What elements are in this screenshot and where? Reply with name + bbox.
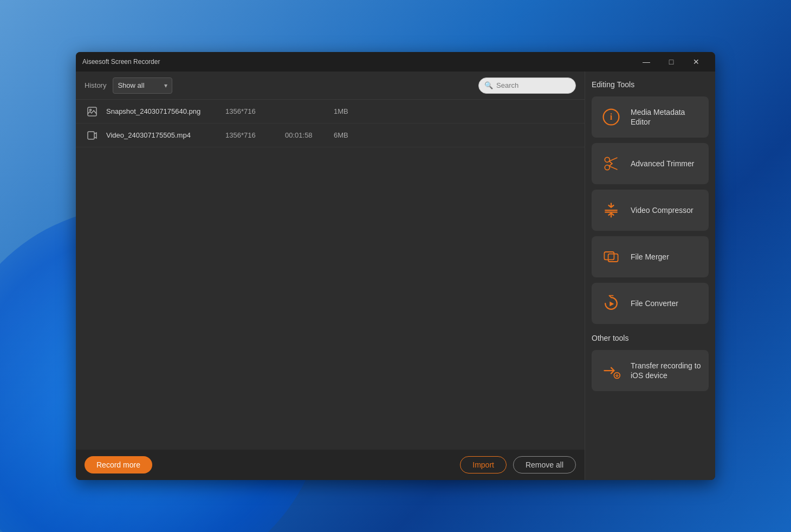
tool-card-advanced-trimmer[interactable]: Advanced Trimmer: [592, 143, 709, 184]
editing-tools-title: Editing Tools: [592, 80, 709, 89]
svg-rect-13: [604, 252, 614, 259]
record-more-button[interactable]: Record more: [85, 456, 152, 473]
svg-text:i: i: [610, 112, 613, 122]
maximize-button[interactable]: □: [659, 54, 684, 70]
tool-card-video-compressor[interactable]: Video Compressor: [592, 190, 709, 231]
table-row[interactable]: Video_240307175505.mp4 1356*716 00:01:58…: [76, 124, 585, 147]
tool-label-video-compressor: Video Compressor: [631, 205, 693, 215]
app-title: Aiseesoft Screen Recorder: [82, 58, 634, 66]
svg-line-8: [609, 166, 617, 170]
file-list[interactable]: Snapshot_240307175640.png 1356*716 1MB V…: [76, 100, 585, 450]
title-bar-controls: — □ ✕: [634, 54, 709, 70]
left-panel: History Show all ▾ 🔍: [76, 72, 585, 480]
title-bar: Aiseesoft Screen Recorder — □ ✕: [76, 52, 715, 72]
file-size: 6MB: [334, 131, 576, 139]
svg-line-7: [609, 158, 617, 161]
close-button[interactable]: ✕: [684, 54, 709, 70]
tool-card-media-metadata-editor[interactable]: i Media Metadata Editor: [592, 96, 709, 138]
transfer-recording-icon: [599, 359, 623, 382]
import-button[interactable]: Import: [460, 456, 507, 473]
media-metadata-editor-icon: i: [599, 105, 623, 129]
tool-label-media-metadata-editor: Media Metadata Editor: [631, 107, 701, 127]
right-panel: Editing Tools i Media Metadata Editor: [585, 72, 715, 480]
svg-point-1: [90, 109, 92, 111]
svg-line-9: [609, 161, 612, 164]
tool-card-file-converter[interactable]: File Converter: [592, 283, 709, 324]
filter-value: Show all: [118, 81, 161, 89]
app-window: Aiseesoft Screen Recorder — □ ✕ History …: [76, 52, 715, 480]
advanced-trimmer-icon: [599, 152, 623, 176]
file-resolution: 1356*716: [225, 107, 285, 115]
bottom-bar: Record more Import Remove all: [76, 450, 585, 480]
video-compressor-icon: [599, 198, 623, 222]
file-resolution: 1356*716: [225, 131, 285, 139]
file-name: Video_240307175505.mp4: [106, 131, 225, 139]
toolbar: History Show all ▾ 🔍: [76, 72, 585, 100]
tool-label-file-converter: File Converter: [631, 299, 678, 308]
video-file-icon: [85, 128, 100, 143]
search-icon: 🔍: [484, 81, 493, 89]
filter-select[interactable]: Show all ▾: [113, 77, 172, 94]
file-duration: 00:01:58: [285, 131, 334, 139]
search-box: 🔍: [478, 77, 576, 94]
file-size: 1MB: [334, 107, 576, 115]
remove-all-button[interactable]: Remove all: [513, 456, 576, 473]
tool-label-advanced-trimmer: Advanced Trimmer: [631, 159, 694, 168]
file-name: Snapshot_240307175640.png: [106, 107, 225, 115]
tool-label-transfer-recording: Transfer recording to iOS device: [631, 361, 701, 380]
svg-line-10: [609, 164, 612, 166]
other-tools-title: Other tools: [592, 334, 709, 342]
image-file-icon: [85, 104, 100, 119]
svg-rect-14: [608, 254, 618, 262]
minimize-button[interactable]: —: [634, 54, 659, 70]
file-merger-icon: [599, 245, 623, 269]
svg-marker-15: [610, 301, 614, 306]
file-converter-icon: [599, 291, 623, 315]
history-label: History: [85, 81, 106, 89]
search-input[interactable]: [496, 81, 567, 89]
tool-card-file-merger[interactable]: File Merger: [592, 236, 709, 277]
main-content: History Show all ▾ 🔍: [76, 72, 715, 480]
tool-label-file-merger: File Merger: [631, 252, 669, 262]
svg-rect-2: [88, 132, 94, 139]
table-row[interactable]: Snapshot_240307175640.png 1356*716 1MB: [76, 100, 585, 124]
tool-card-transfer-recording[interactable]: Transfer recording to iOS device: [592, 350, 709, 391]
chevron-down-icon: ▾: [164, 82, 167, 89]
